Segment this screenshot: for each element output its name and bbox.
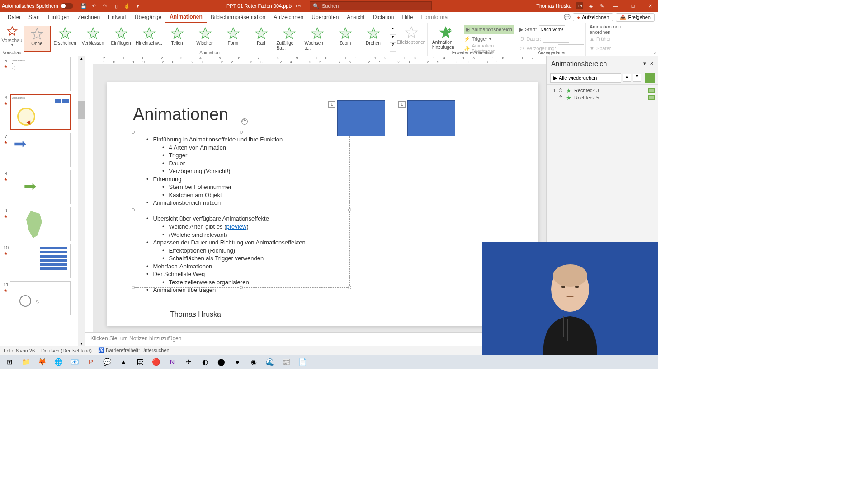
tab-ansicht[interactable]: Ansicht <box>343 12 368 23</box>
animation-pane-toggle[interactable]: ⊞Animationsbereich <box>464 25 514 34</box>
timing-duration[interactable]: ⏱Dauer: <box>519 34 584 43</box>
share-button[interactable]: 📤Freigeben <box>616 13 655 22</box>
pane-options-icon[interactable]: ▾ <box>643 61 646 66</box>
app-icon-2[interactable]: 🖼 <box>132 356 147 368</box>
anim-wischen[interactable]: Wischen <box>192 26 219 52</box>
play-all-button[interactable]: ▶Alle wiedergeben <box>550 73 621 83</box>
powerpoint-icon[interactable]: P <box>83 356 99 368</box>
anim-drehen[interactable]: Drehen <box>360 26 387 52</box>
telegram-icon[interactable]: ✈ <box>181 356 196 368</box>
app-icon-6[interactable]: ◉ <box>246 356 261 368</box>
move-up-button[interactable]: ▲ <box>623 74 631 82</box>
onenote-icon[interactable]: N <box>165 356 180 368</box>
outlook-icon[interactable]: 📧 <box>67 356 82 368</box>
chrome-icon[interactable]: 🌐 <box>51 356 66 368</box>
close-button[interactable]: ✕ <box>644 0 656 12</box>
animation-entry-1[interactable]: 1 ⏱ Rechteck 3 <box>548 87 656 94</box>
anim-form[interactable]: Form <box>220 26 247 52</box>
move-later[interactable]: ▼Später <box>590 44 641 53</box>
tab-uebergaenge[interactable]: Übergänge <box>131 12 165 23</box>
undo-icon[interactable]: ↶ <box>91 3 98 9</box>
app-icon-7[interactable]: 📰 <box>278 356 294 368</box>
thumbnail-9[interactable]: 9★ <box>2 207 83 241</box>
rectangle-3[interactable] <box>337 100 385 136</box>
firefox-icon[interactable]: 🦊 <box>34 356 50 368</box>
tab-zeichnen[interactable]: Zeichnen <box>74 12 104 23</box>
qat-more-icon[interactable]: ▾ <box>135 3 141 9</box>
user-avatar[interactable]: TH <box>576 2 583 9</box>
tab-ueberpruefen[interactable]: Überprüfen <box>307 12 343 23</box>
tab-entwurf[interactable]: Entwurf <box>104 12 131 23</box>
start-select[interactable] <box>539 25 565 33</box>
anim-rad[interactable]: Rad <box>248 26 275 52</box>
start-button[interactable]: ⊞ <box>2 356 17 368</box>
record-button[interactable]: ●Aufzeichnen <box>573 13 613 21</box>
maximize-button[interactable]: □ <box>627 0 639 12</box>
anim-wachsen[interactable]: Wachsen u... <box>304 26 331 52</box>
app-icon-3[interactable]: 🔴 <box>148 356 164 368</box>
notes-pane[interactable]: Klicken Sie, um Notizen hinzuzufügen <box>85 332 546 346</box>
move-down-button[interactable]: ▼ <box>633 74 641 82</box>
anim-zufall[interactable]: Zufällige Ba... <box>276 26 303 52</box>
preview-link[interactable]: preview <box>226 223 247 230</box>
timeline-zoom-button[interactable] <box>645 73 655 83</box>
thumbnail-11[interactable]: 11★ ♡ <box>2 281 83 315</box>
tab-datei[interactable]: Datei <box>4 12 24 23</box>
user-name[interactable]: Thomas Hruska <box>536 3 571 9</box>
tab-hilfe[interactable]: Hilfe <box>398 12 417 23</box>
app-icon-5[interactable]: ● <box>230 356 245 368</box>
thumbnail-10[interactable]: 10★ <box>2 244 83 278</box>
rectangle-5[interactable] <box>407 100 455 136</box>
author-text[interactable]: Thomas Hruska <box>170 310 221 319</box>
duration-input[interactable] <box>543 35 569 43</box>
tab-formformat[interactable]: Formformat <box>417 12 453 23</box>
anim-teilen[interactable]: Teilen <box>164 26 191 52</box>
move-earlier[interactable]: ▲Früher <box>590 34 641 43</box>
pen-icon[interactable]: ✎ <box>599 3 605 9</box>
timing-start[interactable]: ▶Start: <box>519 25 584 34</box>
save-icon[interactable]: 💾 <box>80 3 87 9</box>
collapse-ribbon-icon[interactable]: ⌄ <box>653 50 656 55</box>
slide-title[interactable]: Animationen <box>133 105 228 124</box>
present-icon[interactable]: ▯ <box>113 3 119 9</box>
app-icon[interactable]: 💬 <box>99 356 115 368</box>
thumbnail-scrollbar[interactable]: ▴▾ <box>78 56 85 346</box>
slide-counter[interactable]: Folie 6 von 26 <box>4 348 35 353</box>
thumbnail-7[interactable]: 7★ <box>2 133 83 167</box>
comments-icon[interactable]: 💬 <box>564 14 570 20</box>
accessibility-checker[interactable]: ♿ Barrierefreiheit: Untersuchen <box>98 347 170 353</box>
slide-editor[interactable]: Animationen <box>93 64 546 332</box>
autosave-toggle[interactable]: Automatisches Speichern <box>2 3 73 9</box>
search-input[interactable] <box>322 3 429 9</box>
touch-icon[interactable]: ☝ <box>124 3 130 9</box>
trigger-button[interactable]: ⚡Trigger▾ <box>464 34 514 43</box>
add-animation-button[interactable]: + Animation hinzufügen <box>429 24 462 54</box>
slide-canvas[interactable]: Animationen <box>107 82 538 326</box>
search-box[interactable]: 🔍 <box>310 1 432 10</box>
animation-tag-1[interactable]: 1 <box>328 101 335 108</box>
anim-erscheinen[interactable]: Erscheinen <box>52 26 79 52</box>
close-pane-icon[interactable]: ✕ <box>650 61 654 66</box>
tab-dictation[interactable]: Dictation <box>369 12 398 23</box>
diamond-icon[interactable]: ◈ <box>588 3 594 9</box>
tab-bildschirmpraesentation[interactable]: Bildschirmpräsentation <box>207 12 269 23</box>
anim-zoom[interactable]: Zoom <box>332 26 359 52</box>
app-icon-8[interactable]: 📄 <box>295 356 310 368</box>
tab-start[interactable]: Start <box>24 12 44 23</box>
preview-button[interactable]: Vorschau▾ <box>0 24 25 49</box>
anim-verblassen[interactable]: Verblassen <box>80 26 107 52</box>
redo-icon[interactable]: ↷ <box>102 3 108 9</box>
rotate-handle[interactable] <box>241 118 248 125</box>
obs-icon[interactable]: ⬤ <box>213 356 229 368</box>
thumbnail-6[interactable]: 6★ Animationen <box>2 94 83 130</box>
tab-aufzeichnen[interactable]: Aufzeichnen <box>269 12 307 23</box>
animation-tag-2[interactable]: 1 <box>398 101 406 108</box>
tab-einfuegen[interactable]: Einfügen <box>44 12 73 23</box>
anim-hineinschweben[interactable]: Hineinschw... <box>136 26 163 52</box>
app-icon-4[interactable]: ◐ <box>197 356 212 368</box>
vlc-icon[interactable]: ▲ <box>116 356 131 368</box>
language-indicator[interactable]: Deutsch (Deutschland) <box>41 348 92 353</box>
thumbnail-5[interactable]: 5★ Animationen• ...• ...• ... <box>2 57 83 91</box>
explorer-icon[interactable]: 📁 <box>18 356 33 368</box>
thumbnail-8[interactable]: 8★ <box>2 170 83 204</box>
